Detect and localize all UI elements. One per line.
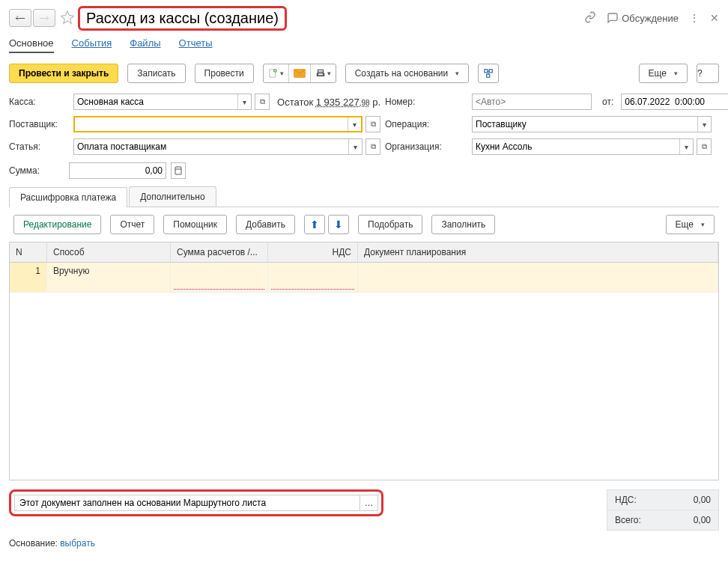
grid-body[interactable]: 1 Вручную — [10, 263, 718, 480]
table-row[interactable]: 1 Вручную — [10, 263, 718, 293]
save-button[interactable]: Записать — [127, 64, 185, 83]
tab-main[interactable]: Основное — [9, 37, 54, 53]
link-icon[interactable] — [584, 11, 596, 25]
add-row-button[interactable]: Добавить — [236, 215, 295, 234]
tab-events[interactable]: События — [72, 37, 112, 53]
cash-open-button[interactable]: ⧉ — [255, 94, 270, 110]
svg-rect-9 — [175, 167, 181, 174]
article-open-button[interactable]: ⧉ — [365, 138, 380, 155]
help-button[interactable]: ? — [697, 64, 719, 83]
supplier-field[interactable]: ▾ — [73, 116, 363, 132]
create-on-basis-label: Создать на основании — [355, 68, 449, 79]
sum-row: Сумма: — [9, 162, 719, 179]
sum-input[interactable] — [69, 162, 166, 179]
attach-file-button[interactable]: ▾ — [264, 64, 289, 82]
command-bar: Провести и закрыть Записать Провести ▾ ▾… — [9, 64, 719, 83]
pick-button[interactable]: Подобрать — [358, 215, 422, 234]
bottom-area: … НДС: 0,00 Всего: 0,00 — [9, 489, 719, 531]
panel-more-label: Еще — [676, 219, 694, 230]
panel-toolbar: Редактирование Отчет Помощник Добавить ⬆… — [9, 207, 719, 242]
org-input[interactable] — [473, 139, 679, 154]
page-title: Расход из кассы (создание) — [78, 6, 287, 31]
supplier-label: Поставщик: — [9, 119, 69, 129]
cell-vat[interactable] — [268, 263, 358, 293]
number-input[interactable] — [473, 94, 591, 109]
tab-extra[interactable]: Дополнительно — [129, 186, 216, 207]
col-plan[interactable]: Документ планирования — [358, 242, 718, 262]
tab-files[interactable]: Файлы — [130, 37, 160, 53]
operation-input[interactable] — [473, 117, 697, 132]
report-button[interactable]: Отчет — [110, 215, 154, 234]
assistant-button[interactable]: Помощник — [163, 215, 227, 234]
tab-reports[interactable]: Отчеты — [179, 37, 213, 53]
more-label: Еще — [649, 68, 667, 79]
date-field[interactable] — [621, 94, 728, 110]
totals-total-value: 0,00 — [694, 515, 711, 525]
org-open-button[interactable]: ⧉ — [697, 138, 712, 155]
edit-mode-button[interactable]: Редактирование — [13, 215, 101, 234]
email-button[interactable] — [289, 64, 311, 82]
balance-text: Остаток 1 935 227,98 р. — [277, 97, 380, 108]
sum-label: Сумма: — [9, 165, 64, 176]
panel-more-button[interactable]: Еще ▾ — [666, 215, 715, 234]
comment-picker-button[interactable]: … — [360, 495, 378, 511]
cell-plan[interactable] — [358, 263, 718, 293]
number-field[interactable] — [472, 94, 592, 110]
supplier-open-button[interactable]: ⧉ — [365, 116, 380, 132]
operation-label: Операция: — [385, 119, 467, 129]
more-button[interactable]: Еще ▾ — [639, 64, 688, 83]
col-n[interactable]: N — [10, 242, 47, 262]
create-on-basis-button[interactable]: Создать на основании ▾ — [345, 64, 470, 83]
operation-field[interactable]: ▾ — [472, 116, 712, 132]
fill-button[interactable]: Заполнить — [431, 215, 495, 234]
grid-header: N Способ Сумма расчетов /... НДС Докумен… — [10, 242, 718, 263]
comment-highlight: … — [9, 489, 383, 516]
cell-sums[interactable] — [171, 263, 268, 293]
cash-dropdown-icon[interactable]: ▾ — [237, 94, 251, 109]
cell-method[interactable]: Вручную — [47, 263, 171, 293]
cash-field[interactable]: ▾ — [73, 94, 252, 110]
article-input[interactable] — [74, 139, 348, 154]
attach-group: ▾ ▾ — [263, 64, 336, 83]
org-field[interactable]: ▾ — [472, 138, 694, 155]
cash-input[interactable] — [74, 94, 237, 109]
move-up-button[interactable]: ⬆ — [304, 215, 325, 234]
basis-label: Основание: — [9, 538, 58, 549]
supplier-input[interactable] — [75, 117, 348, 131]
col-vat[interactable]: НДС — [268, 242, 358, 262]
totals-vat-label: НДС: — [615, 495, 637, 505]
calculator-icon[interactable] — [171, 162, 186, 179]
col-sums[interactable]: Сумма расчетов /... — [171, 242, 268, 262]
operation-dropdown-icon[interactable]: ▾ — [697, 117, 711, 132]
article-field[interactable]: ▾ — [73, 138, 363, 155]
basis-select-link[interactable]: выбрать — [60, 538, 95, 549]
article-label: Статья: — [9, 141, 69, 152]
post-button[interactable]: Провести — [195, 64, 254, 83]
svg-rect-5 — [485, 70, 488, 73]
payment-grid: N Способ Сумма расчетов /... НДС Докумен… — [9, 242, 719, 480]
nav-back-button[interactable]: 🡐 — [9, 9, 31, 27]
post-and-close-button[interactable]: Провести и закрыть — [9, 64, 118, 83]
print-button[interactable]: ▾ — [311, 64, 336, 82]
from-label: от: — [602, 97, 613, 107]
col-method[interactable]: Способ — [47, 242, 171, 262]
cash-label: Касса: — [9, 97, 69, 107]
discuss-button[interactable]: Обсуждение — [607, 12, 679, 24]
org-dropdown-icon[interactable]: ▾ — [679, 139, 693, 154]
kebab-menu-icon[interactable]: ⋮ — [689, 12, 700, 24]
article-dropdown-icon[interactable]: ▾ — [348, 139, 362, 154]
close-icon[interactable]: ✕ — [710, 12, 719, 24]
structure-button[interactable] — [478, 64, 499, 83]
discuss-label: Обсуждение — [622, 13, 679, 24]
favorite-star-icon[interactable] — [60, 10, 75, 27]
supplier-dropdown-icon[interactable]: ▾ — [348, 117, 361, 131]
org-label: Организация: — [385, 141, 467, 152]
comment-input[interactable] — [14, 495, 360, 511]
panel-tabs: Расшифровка платежа Дополнительно — [9, 186, 719, 207]
move-down-button[interactable]: ⬇ — [328, 215, 349, 234]
totals-vat-value: 0,00 — [694, 495, 711, 505]
nav-forward-button[interactable]: 🡒 — [33, 9, 55, 27]
date-input[interactable] — [622, 94, 728, 109]
tab-decode[interactable]: Расшифровка платежа — [9, 187, 127, 207]
cell-n: 1 — [10, 263, 47, 293]
